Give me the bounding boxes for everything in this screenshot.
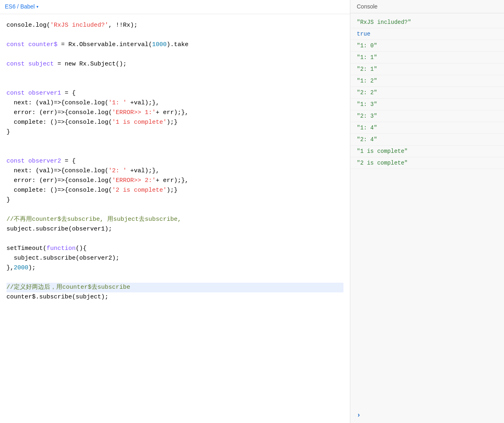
code-area[interactable]: console.log('RxJS included?', !!Rx); con… xyxy=(0,14,350,420)
dropdown-arrow: ▾ xyxy=(36,4,38,9)
console-line: "1: 4" xyxy=(350,122,504,134)
console-line: "1 is complete" xyxy=(350,146,504,157)
code-line: console.log('RxJS included?', !!Rx); xyxy=(6,21,343,30)
code-line: complete: ()=>{console.log('2 is complet… xyxy=(6,186,343,195)
code-line xyxy=(6,273,343,283)
console-output: "RxJS included?"true"1: 0""1: 1""2: 1""1… xyxy=(350,13,504,408)
code-line xyxy=(6,234,343,244)
console-line: "2: 3" xyxy=(350,110,504,122)
code-line: error: (err)=>{console.log('ERROR>> 1:'+… xyxy=(6,108,343,118)
code-line: },2000); xyxy=(6,263,343,273)
console-prompt[interactable]: › xyxy=(350,408,504,423)
code-line: //定义好两边后，用counter$去subscribe xyxy=(6,283,343,292)
code-line: const counter$ = Rx.Observable.interval(… xyxy=(6,40,343,50)
code-line: next: (val)=>{console.log('1: ' +val);}, xyxy=(6,98,343,108)
code-line: counter$.subscribe(subject); xyxy=(6,292,343,302)
code-line: error: (err)=>{console.log('ERROR>> 2:'+… xyxy=(6,176,343,186)
lang-label: ES6 / Babel xyxy=(5,3,35,10)
code-line: const observer2 = { xyxy=(6,157,343,166)
console-line: "2 is complete" xyxy=(350,157,504,169)
code-line xyxy=(6,50,343,59)
code-line: subject.subscribe(observer2); xyxy=(6,254,343,263)
code-line: const subject = new Rx.Subject(); xyxy=(6,59,343,69)
code-line xyxy=(6,137,343,147)
console-line: "2: 2" xyxy=(350,87,504,99)
console-line: "1: 0" xyxy=(350,40,504,52)
app-container: ES6 / Babel ▾ console.log('RxJS included… xyxy=(0,0,504,423)
console-line: "RxJS included?" xyxy=(350,17,504,28)
code-line: subject.subscribe(observer1); xyxy=(6,224,343,234)
code-line: } xyxy=(6,195,343,205)
code-line xyxy=(6,69,343,79)
console-line: "2: 1" xyxy=(350,63,504,75)
console-line: "1: 2" xyxy=(350,75,504,87)
code-line: const observer1 = { xyxy=(6,89,343,98)
code-line xyxy=(6,79,343,89)
console-line: "1: 1" xyxy=(350,52,504,63)
code-line: complete: ()=>{console.log('1 is complet… xyxy=(6,118,343,127)
lang-selector[interactable]: ES6 / Babel ▾ xyxy=(5,3,38,10)
editor-panel: ES6 / Babel ▾ console.log('RxJS included… xyxy=(0,0,350,423)
code-line: //不再用counter$去subscribe, 用subject去subscr… xyxy=(6,215,343,224)
code-line: next: (val)=>{console.log('2: ' +val);}, xyxy=(6,166,343,176)
console-line: true xyxy=(350,28,504,40)
console-panel: Console "RxJS included?"true"1: 0""1: 1"… xyxy=(350,0,504,423)
code-line xyxy=(6,205,343,215)
code-line xyxy=(6,147,343,157)
console-line: "1: 3" xyxy=(350,99,504,110)
code-line xyxy=(6,30,343,40)
code-line: } xyxy=(6,127,343,137)
code-line: setTimeout(function(){ xyxy=(6,244,343,254)
console-line: "2: 4" xyxy=(350,134,504,146)
toolbar: ES6 / Babel ▾ xyxy=(0,0,350,14)
console-header: Console xyxy=(350,0,504,13)
